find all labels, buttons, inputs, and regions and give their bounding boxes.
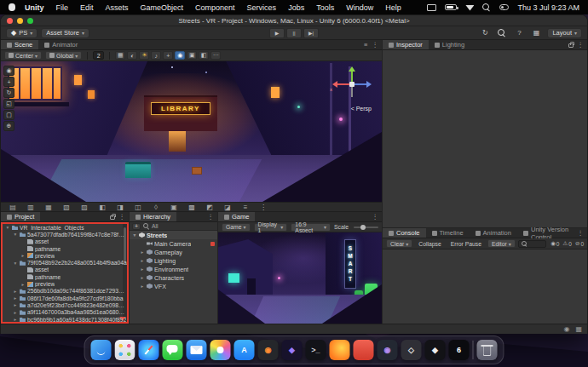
grid-layout-icon[interactable]: ▦ (530, 28, 542, 38)
overlay[interactable]: ▦ (43, 204, 54, 211)
dock-icon-terminal[interactable]: >_ (306, 340, 326, 360)
tool-view-tool[interactable]: ◉ (3, 66, 14, 76)
scale-slider-thumb[interactable] (360, 225, 366, 230)
unity-account-button[interactable]: ◆ PS ▾ (6, 28, 37, 38)
status-notification[interactable]: ◉ (563, 325, 569, 333)
overlay[interactable]: ◊ (151, 204, 161, 211)
overlay[interactable]: ▣ (169, 204, 179, 211)
editor-dropdown[interactable]: Editor ▾ (487, 239, 516, 248)
x-axis-cone[interactable] (332, 81, 337, 88)
toggle-grid[interactable]: ▦ (115, 51, 125, 60)
apple-menu-icon[interactable] (9, 3, 15, 11)
toggle-overlays[interactable]: ◧ (199, 51, 209, 60)
dock-icon-unity-hub[interactable]: ◇ (401, 340, 422, 360)
menu-item-assets[interactable]: Assets (100, 3, 135, 12)
console-log-area[interactable] (383, 249, 587, 324)
clear-button[interactable]: Clear ▾ (386, 239, 412, 248)
expand-arrow-icon[interactable]: ▸ (13, 295, 18, 301)
overlay[interactable]: ▧ (61, 204, 72, 211)
panel-menu-icon[interactable]: ⋮ (372, 213, 379, 221)
asset-store-button[interactable]: Asset Store ▾ (41, 28, 89, 38)
panel-menu-icon[interactable]: ⋮ (578, 229, 585, 237)
panel-menu-icon[interactable]: ⋮ (119, 213, 126, 221)
dock-icon-firefox[interactable] (330, 340, 350, 360)
dock-icon-unity-editor[interactable]: ◆ (425, 340, 446, 360)
tool-rotate-tool[interactable]: ↻ (3, 88, 14, 98)
error-pause-toggle[interactable]: Error Pause (447, 239, 485, 248)
hierarchy-row[interactable]: ▸ Environment (130, 265, 217, 273)
toggle-camera[interactable]: ◉ (175, 51, 185, 60)
hierarchy-row[interactable]: ▸ VFX (130, 282, 217, 290)
project-row[interactable]: ▸ 256bdb10da09c744f86381dce72934e6 (3, 288, 127, 295)
project-row[interactable]: ▸ a9f11467000a3ba4aa985d1ea06805c1 (3, 309, 127, 316)
control-center-icon[interactable] (499, 4, 509, 10)
hierarchy-row[interactable]: Main Camera (130, 239, 217, 248)
panel-menu-icon[interactable]: ⋮ (578, 41, 585, 49)
dock-icon-blender[interactable]: ◉ (258, 340, 279, 360)
console-search-input[interactable] (518, 240, 546, 248)
projection-mode-label[interactable]: < Persp (351, 106, 372, 112)
wifi-icon[interactable] (465, 4, 474, 11)
overlay[interactable]: ▤ (8, 204, 18, 211)
project-row[interactable]: ▸ preview (3, 280, 127, 287)
toggle-more[interactable]: ⋯ (210, 51, 221, 60)
expand-arrow-icon[interactable]: ▸ (13, 317, 18, 322)
tool-scale-tool[interactable]: ◱ (3, 99, 14, 109)
hierarchy-row[interactable]: ▸ Characters (130, 273, 217, 282)
dock-icon-app-store[interactable]: A (234, 340, 255, 360)
help-icon[interactable]: ? (513, 28, 525, 38)
expand-arrow-icon[interactable]: ▾ (13, 261, 18, 266)
menu-item-services[interactable]: Services (241, 3, 283, 12)
tab-inspector[interactable]: Inspector (383, 40, 429, 49)
dock-icon-red-app[interactable] (354, 340, 374, 360)
expand-arrow-icon[interactable]: ▾ (132, 232, 137, 238)
undo-history-icon[interactable]: ↻ (479, 28, 491, 38)
menubar-clock[interactable]: Thu 3 Jul 9:23 AM (517, 3, 579, 12)
scene-3d-viewport[interactable]: LIBRARY ◉+↻◱▢⊕ (1, 61, 382, 202)
aspect-ratio-dropdown[interactable]: 16:9 Aspect ▾ (291, 223, 331, 232)
tab-scene[interactable]: Scene (1, 40, 38, 49)
menu-item-help[interactable]: Help (379, 3, 407, 12)
expand-arrow-icon[interactable]: ▾ (13, 232, 18, 237)
collapse-toggle[interactable]: Collapse (415, 239, 444, 248)
count-info[interactable]: ◉ 0 (551, 240, 559, 247)
dock-icon-mail[interactable] (187, 340, 207, 360)
project-row[interactable]: pathname (3, 245, 127, 252)
hierarchy-row[interactable]: ▾ Streets (130, 231, 217, 239)
search-filter-label[interactable]: All (152, 223, 159, 229)
window-titlebar[interactable]: Streets - VR - Project - Windows, Mac, L… (1, 15, 587, 26)
add-gameobject-button[interactable]: + (132, 223, 141, 230)
expand-arrow-icon[interactable]: ▸ (20, 253, 26, 258)
overlay[interactable]: ◪ (222, 204, 233, 211)
overlay[interactable]: ◫ (133, 204, 143, 211)
project-row[interactable]: pathname (3, 273, 127, 280)
overlay[interactable]: ▥ (26, 204, 36, 211)
toggle-gizmos[interactable]: ▣ (187, 51, 197, 60)
hierarchy-row[interactable]: ▸ Lighting (130, 256, 217, 265)
menu-item-file[interactable]: File (50, 3, 75, 12)
expand-arrow-icon[interactable]: ▸ (140, 267, 145, 272)
dock-icon-messages[interactable] (163, 340, 183, 360)
project-row[interactable]: ▾ 79f0548b92e2b2c48a00514b4f9aa04a (3, 259, 127, 266)
lock-icon[interactable] (110, 215, 115, 220)
dock-icon-trash[interactable] (477, 340, 498, 360)
panel-menu-icon[interactable]: ⋮ (372, 41, 379, 49)
dock-icon-unity-6[interactable]: 6 (449, 340, 470, 360)
menu-item-window[interactable]: Window (340, 3, 379, 12)
dock-icon-safari[interactable] (139, 340, 159, 360)
spotlight-search-icon[interactable] (482, 3, 491, 12)
overlay[interactable]: ⋮ (258, 204, 268, 211)
lock-icon[interactable] (568, 43, 574, 48)
project-row[interactable]: ▸ bc96bb9b1a60a91438dc71308f40f892 (3, 316, 127, 323)
expand-arrow-icon[interactable]: ▸ (13, 302, 18, 307)
expand-arrow-icon[interactable]: ▸ (13, 289, 18, 294)
project-row[interactable]: ▸ 086f17de60fa8db4a9fc27cd9f180bba (3, 295, 127, 301)
search-everything-icon[interactable] (496, 28, 508, 38)
project-row[interactable]: asset (3, 267, 127, 273)
count-warning[interactable]: ⚠ 0 (562, 240, 571, 247)
grid-size-field[interactable]: 2 (93, 51, 104, 60)
display-dropdown[interactable]: Display 1 ▾ (254, 223, 288, 232)
count-error[interactable]: ⊘ 0 (575, 240, 584, 247)
status-package-manager[interactable]: ▦ (575, 325, 582, 333)
tool-transform-tool[interactable]: ⊕ (3, 121, 14, 131)
